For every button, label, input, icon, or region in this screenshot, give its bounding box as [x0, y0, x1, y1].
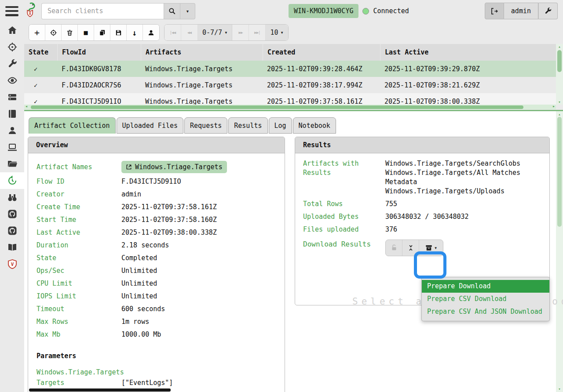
artifact-result-line: Windows.Triage.Targets/All Matches Metad…	[385, 168, 537, 187]
sidebar-item-server-artifacts[interactable]	[0, 89, 24, 105]
prepare-download-dropdown-button[interactable]: ▾	[419, 240, 443, 256]
next-page-icon: ▶▶	[238, 30, 242, 35]
logout-button[interactable]	[485, 3, 504, 19]
delete-flow-button[interactable]	[62, 25, 78, 40]
tab-artifact-collection[interactable]: Artifact Collection	[29, 117, 116, 134]
table-scrollbar-thumb[interactable]	[557, 50, 562, 72]
sidebar-item-notebooks[interactable]	[0, 105, 24, 122]
user-button[interactable]: admin	[504, 3, 538, 19]
table-row[interactable]: ✓ F.D43IDK0GV8178 Windows.Triage.Targets…	[24, 61, 556, 77]
sidebar-item-collected-artifacts[interactable]	[0, 172, 24, 189]
col-header-created: Created	[263, 44, 380, 61]
previous-page-button[interactable]: ◀◀	[181, 25, 198, 40]
cell-flow-id: F.D43ICTJ5D91IO	[57, 98, 141, 105]
scroll-up-icon[interactable]: ▴	[556, 44, 563, 49]
menu-item-prepare-download[interactable]: Prepare Download	[422, 280, 549, 293]
details-scrollbar-thumb[interactable]	[557, 117, 562, 227]
collapse-button[interactable]	[402, 240, 419, 256]
scroll-left-icon[interactable]: ◂	[25, 104, 28, 109]
cell-artifacts: Windows.Triage.Targets	[141, 98, 263, 105]
copy-flow-button[interactable]	[94, 25, 110, 40]
tab-results[interactable]: Results	[228, 117, 267, 134]
sidebar-item-server-events[interactable]	[0, 72, 24, 89]
overview-row: CPU Limit Unlimited	[37, 277, 285, 290]
search-input[interactable]	[41, 3, 164, 19]
state-check-icon: ✓	[24, 98, 57, 105]
last-page-icon: ▶▶|	[254, 30, 260, 35]
hamburger-menu-icon[interactable]	[5, 6, 18, 16]
first-page-button[interactable]: |◀◀	[165, 25, 181, 40]
results-value: 755	[385, 200, 537, 209]
tab-uploaded-files[interactable]: Uploaded Files	[117, 117, 183, 134]
page-size-dropdown[interactable]: 10 ▾	[266, 25, 288, 40]
col-header-last-active: Last Active	[380, 44, 556, 61]
results-row: Uploaded Bytes 306348032 / 306348032	[303, 212, 549, 221]
overview-label: Create Time	[37, 203, 121, 211]
flow-user-button[interactable]	[143, 25, 159, 40]
tab-log[interactable]: Log	[269, 117, 292, 134]
cell-created: 2025-11-02T09:39:28.464Z	[263, 65, 380, 73]
sidebar-item-github-issues[interactable]	[0, 222, 24, 239]
sidebar-item-client-events[interactable]	[0, 189, 24, 206]
artifact-result-line: Windows.Triage.Targets/Uploads	[385, 187, 537, 196]
hostname-badge[interactable]: WIN-KMODJ1W0CYG	[289, 4, 358, 18]
sidebar-item-host-information[interactable]	[0, 122, 24, 139]
sidebar-item-documentation[interactable]	[0, 239, 24, 256]
artifact-link-badge[interactable]: Windows.Triage.Targets	[121, 161, 227, 173]
parameter-row: Targets ["EventLogs"]	[37, 378, 285, 388]
tab-notebook[interactable]: Notebook	[293, 117, 336, 134]
pane-splitter[interactable]	[24, 110, 563, 111]
trash-icon	[66, 29, 73, 36]
parameter-label: Targets	[37, 379, 121, 387]
scroll-up-icon[interactable]: ▴	[556, 112, 563, 116]
table-header-row: State FlowId Artifacts Created Last Acti…	[24, 44, 556, 61]
overview-value: Completed	[121, 254, 157, 262]
scroll-down-icon[interactable]: ▾	[556, 387, 563, 391]
table-row[interactable]: ✓ F.D43ID2AOCR7S6 Windows.Triage.Targets…	[24, 77, 556, 93]
menu-item-prepare-csv-download[interactable]: Prepare CSV Download	[422, 293, 549, 305]
next-page-button[interactable]: ▶▶	[232, 25, 249, 40]
overview-row: Creator admin	[37, 188, 285, 200]
cell-last-active: 2025-11-02T09:38:21.629Z	[380, 81, 556, 89]
details-vertical-scrollbar[interactable]: ▴ ▾	[556, 111, 563, 392]
page-range-dropdown[interactable]: 0-7/7 ▾	[198, 25, 232, 40]
details-horizontal-scrollbar-thumb[interactable]	[29, 388, 171, 392]
scroll-down-icon[interactable]: ▾	[556, 100, 563, 104]
unlock-download-button[interactable]	[386, 240, 402, 256]
settings-button[interactable]	[538, 3, 558, 19]
cancel-flow-button[interactable]: ■	[78, 25, 94, 40]
flow-actions-group: + ■	[29, 24, 160, 41]
sidebar-item-home[interactable]	[0, 22, 24, 39]
cell-artifacts: Windows.Triage.Targets	[141, 65, 263, 73]
page-size-label: 10	[270, 29, 278, 36]
last-page-button[interactable]: ▶▶|	[249, 25, 266, 40]
overview-row: Last Active 2025-11-02T09:38:00.338Z	[37, 226, 285, 239]
sidebar-item-hunt-manager[interactable]	[0, 39, 24, 55]
sidebar-item-vfs[interactable]	[0, 156, 24, 172]
search-icon	[168, 7, 176, 15]
table-horizontal-scrollbar[interactable]: ◂ ▸	[24, 105, 556, 109]
velociraptor-logo-icon[interactable]: V	[24, 2, 37, 20]
overview-value: Unlimited	[121, 267, 157, 275]
table-vertical-scrollbar[interactable]: ▴ ▾	[556, 44, 563, 105]
sidebar-item-github-link[interactable]	[0, 206, 24, 222]
new-collection-button[interactable]: +	[29, 25, 45, 40]
artifact-badge-label: Windows.Triage.Targets	[135, 163, 223, 171]
shield-icon: V	[7, 259, 18, 269]
sidebar-item-view-artifacts[interactable]	[0, 55, 24, 72]
save-collection-button[interactable]	[110, 25, 127, 40]
search-button[interactable]	[164, 3, 180, 19]
sidebar-item-about-velociraptor[interactable]: V	[0, 256, 24, 272]
sidebar-item-interrogate[interactable]	[0, 139, 24, 156]
overview-label: IOPS Limit	[37, 292, 121, 300]
search-options-button[interactable]: ▾	[180, 3, 195, 19]
caret-down-icon: ▾	[434, 245, 437, 251]
scroll-right-icon[interactable]: ▸	[552, 104, 555, 109]
results-row: Artifacts with Results Windows.Triage.Ta…	[303, 159, 549, 196]
create-hunt-button[interactable]	[45, 25, 62, 40]
export-flow-button[interactable]: ↓	[127, 25, 143, 40]
menu-item-prepare-csv-json-download[interactable]: Prepare CSV And JSON Download	[422, 305, 549, 318]
table-hscrollbar-thumb[interactable]	[31, 105, 523, 109]
overview-label: Timeout	[37, 305, 121, 313]
tab-requests[interactable]: Requests	[184, 117, 227, 134]
